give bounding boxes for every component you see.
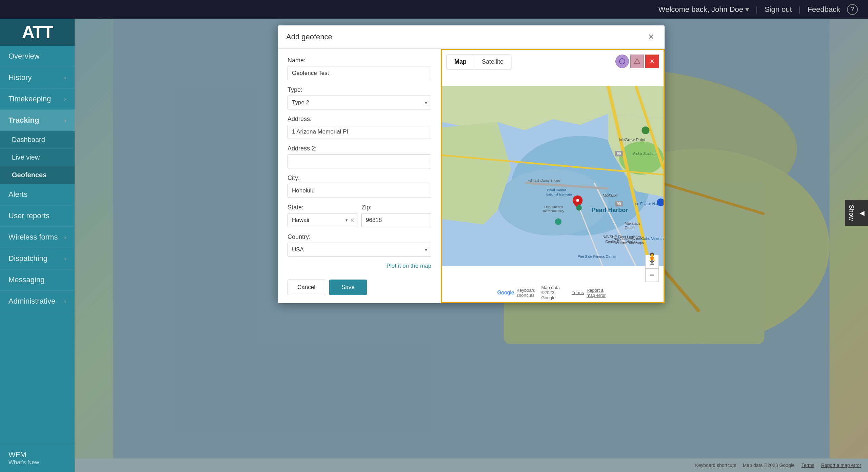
state-clear-button[interactable]: ✕ <box>350 217 355 223</box>
sidebar-label-wirelessforms: Wireless forms <box>8 233 58 242</box>
modal-title: Add geofence <box>286 33 332 41</box>
map-container[interactable]: Pearl Harbor Mokuiki McGrew Point Aloha … <box>442 50 664 302</box>
state-zip-row: State: Hawaii Alaska California ▾ ✕ <box>288 204 431 233</box>
state-select[interactable]: Hawaii Alaska California <box>288 213 357 227</box>
divider2: | <box>799 5 801 14</box>
type-select[interactable]: Type 1 Type 2 Type 3 <box>288 96 431 109</box>
sidebar-item-overview[interactable]: Overview <box>0 46 75 67</box>
type-field-group: Type: Type 1 Type 2 Type 3 ▾ <box>288 86 431 109</box>
save-button[interactable]: Save <box>329 280 367 295</box>
zip-label: Zip: <box>361 204 431 211</box>
zip-field-group: Zip: <box>361 204 431 227</box>
sidebar-item-timekeeping[interactable]: Timekeeping › <box>0 88 75 110</box>
city-label: City: <box>288 175 431 182</box>
country-field-group: Country: USA Canada UK ▾ <box>288 233 431 256</box>
modal-header: Add geofence ✕ <box>278 25 665 49</box>
chevron-down-icon[interactable]: ▾ <box>745 5 749 14</box>
city-field-group: City: <box>288 175 431 198</box>
type-select-wrapper: Type 1 Type 2 Type 3 ▾ <box>288 96 431 109</box>
sidebar-label-geofences: Geofences <box>12 171 46 179</box>
sidebar-item-wirelessforms[interactable]: Wireless forms › <box>0 227 75 248</box>
map-panel: Pearl Harbor Mokuiki McGrew Point Aloha … <box>441 49 665 303</box>
svg-text:Crater: Crater <box>625 226 635 230</box>
sidebar: ATT Overview History › Timekeeping › Tra… <box>0 19 75 472</box>
welcome-label: Welcome back, John Doe <box>658 5 743 14</box>
sidebar-item-geofences[interactable]: Geofences <box>0 166 75 184</box>
zip-input[interactable] <box>361 213 431 227</box>
help-icon[interactable]: ? <box>847 4 858 15</box>
country-select-wrapper: USA Canada UK ▾ <box>288 243 431 256</box>
sidebar-item-messaging[interactable]: Messaging <box>0 269 75 291</box>
svg-text:Oahu Veterans Cente...: Oahu Veterans Cente... <box>642 237 664 241</box>
cancel-button[interactable]: Cancel <box>288 280 325 295</box>
country-select[interactable]: USA Canada UK <box>288 243 431 256</box>
sidebar-label-dispatching: Dispatching <box>8 254 47 263</box>
sidebar-item-alerts[interactable]: Alerts <box>0 184 75 205</box>
modal-body: Name: Type: Type 1 Type 2 Type 3 ▾ <box>278 49 665 303</box>
wfm-label: WFM <box>8 450 66 459</box>
sidebar-item-history[interactable]: History › <box>0 67 75 88</box>
pearl-harbor-map: Pearl Harbor Mokuiki McGrew Point Aloha … <box>442 50 664 302</box>
svg-text:memorial ferry: memorial ferry <box>543 209 564 213</box>
polygon-draw-tool[interactable] <box>630 55 644 68</box>
form-buttons: Cancel Save <box>288 280 431 295</box>
svg-text:Pier Side Fitness Center: Pier Side Fitness Center <box>578 254 617 259</box>
sidebar-item-tracking[interactable]: Tracking › <box>0 110 75 131</box>
modal-overlay: Add geofence ✕ Name: Type: <box>75 19 868 472</box>
map-tab-satellite[interactable]: Satellite <box>474 55 511 69</box>
google-logo: Google <box>497 290 514 296</box>
svg-text:Pearl Harbor: Pearl Harbor <box>591 207 628 213</box>
sidebar-label-alerts: Alerts <box>8 190 27 199</box>
main-content: ◀ Show Keyboard shortcuts Map data ©2023… <box>75 19 868 472</box>
svg-text:USS Arizona: USS Arizona <box>544 205 563 209</box>
map-tab-map[interactable]: Map <box>447 55 474 69</box>
circle-draw-tool[interactable] <box>615 55 629 68</box>
type-label: Type: <box>288 86 431 94</box>
sidebar-item-dashboard[interactable]: Dashboard <box>0 131 75 149</box>
svg-text:Navy Gateway Inns: Navy Gateway Inns <box>614 237 643 241</box>
chevron-right-icon: › <box>64 234 66 241</box>
modal-close-button[interactable]: ✕ <box>646 32 656 42</box>
plot-on-map-link[interactable]: Plot it on the map <box>288 263 431 269</box>
svg-rect-43 <box>578 205 580 208</box>
sidebar-label-userreports: User reports <box>8 211 50 220</box>
pegman-icon[interactable]: 🧍 <box>645 252 659 265</box>
polygon-icon <box>634 58 640 65</box>
sidebar-label-messaging: Messaging <box>8 275 44 284</box>
svg-text:99: 99 <box>617 151 621 156</box>
report-map-error-link[interactable]: Report a map error <box>587 288 608 298</box>
sidebar-label-dashboard: Dashboard <box>12 136 45 143</box>
city-input[interactable] <box>288 184 431 198</box>
whats-new-label[interactable]: What's New <box>8 459 66 466</box>
svg-text:Pearl Harbor: Pearl Harbor <box>547 188 566 192</box>
address-field-group: Address: <box>288 116 431 139</box>
chevron-down-icon: › <box>64 117 66 124</box>
topbar: Welcome back, John Doe ▾ | Sign out | Fe… <box>0 0 868 19</box>
arrow-left-icon: ◀ <box>858 209 865 217</box>
svg-text:National Memorial: National Memorial <box>546 192 573 196</box>
sidebar-label-timekeeping: Timekeeping <box>8 95 51 103</box>
show-panel-button[interactable]: ◀ Show <box>845 200 868 226</box>
sidebar-item-liveview[interactable]: Live view <box>0 149 75 166</box>
terms-link[interactable]: Terms <box>572 290 584 295</box>
state-label: State: <box>288 204 357 211</box>
address2-input[interactable] <box>288 154 431 168</box>
show-panel-label: Show <box>848 205 855 221</box>
geofence-form: Name: Type: Type 1 Type 2 Type 3 ▾ <box>278 49 441 303</box>
feedback-link[interactable]: Feedback <box>807 5 840 14</box>
map-close-button[interactable]: ✕ <box>645 55 659 68</box>
address-input[interactable] <box>288 125 431 139</box>
zoom-out-button[interactable]: − <box>645 268 659 282</box>
svg-text:99: 99 <box>617 202 621 206</box>
name-field-group: Name: <box>288 57 431 80</box>
sidebar-label-liveview: Live view <box>12 153 40 161</box>
sidebar-item-administrative[interactable]: Administrative › <box>0 291 75 312</box>
name-input[interactable] <box>288 66 431 80</box>
map-data: Map data ©2023 Google <box>541 285 569 300</box>
svg-marker-53 <box>634 59 640 63</box>
state-field-group: State: Hawaii Alaska California ▾ ✕ <box>288 204 357 227</box>
address-label: Address: <box>288 116 431 123</box>
sidebar-item-dispatching[interactable]: Dispatching › <box>0 248 75 269</box>
signout-link[interactable]: Sign out <box>765 5 792 14</box>
sidebar-item-userreports[interactable]: User reports <box>0 205 75 227</box>
